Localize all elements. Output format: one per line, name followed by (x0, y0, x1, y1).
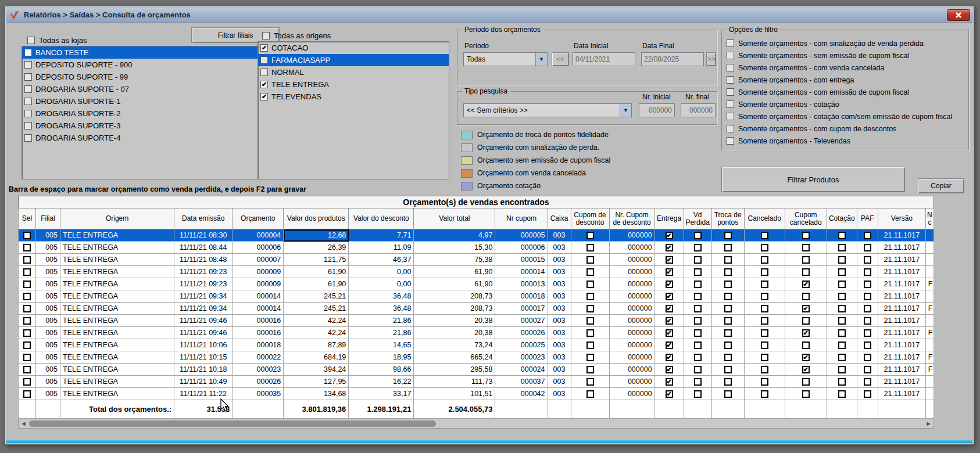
troca-checkbox[interactable] (724, 317, 732, 325)
sel-checkbox[interactable] (23, 281, 31, 288)
cell-cotacao[interactable] (827, 229, 857, 242)
paf-checkbox[interactable] (864, 390, 871, 398)
cell-cotacao[interactable] (827, 278, 857, 290)
filter-option-checkbox[interactable] (727, 39, 734, 47)
origin-checkbox[interactable] (260, 69, 268, 76)
vdperd-checkbox[interactable] (694, 281, 702, 288)
cupcanc-checkbox[interactable] (802, 341, 810, 349)
cell-vdperd[interactable] (684, 242, 711, 254)
column-header-cupom[interactable]: Nr cupom (495, 208, 548, 229)
cell-troca[interactable] (711, 242, 744, 254)
cell-cotacao[interactable] (827, 364, 857, 376)
cell-cupdesc[interactable] (571, 388, 609, 400)
cupdesc-checkbox[interactable] (586, 378, 594, 386)
cancelado-checkbox[interactable] (761, 281, 768, 288)
cell-cancelado[interactable] (744, 339, 785, 351)
entrega-checkbox[interactable]: ✔ (666, 317, 673, 325)
cell-paf[interactable] (857, 229, 878, 242)
filter-option[interactable]: Somente orçamentos - com sinalização de … (727, 37, 965, 49)
filter-option-checkbox[interactable] (727, 88, 734, 96)
cupdesc-checkbox[interactable] (586, 341, 594, 349)
cell-entrega[interactable]: ✔ (654, 315, 684, 327)
cell-vdperd[interactable] (684, 376, 711, 388)
column-header-filial[interactable]: Filial (36, 208, 60, 229)
cell-cupdesc[interactable] (571, 278, 609, 290)
filter-option[interactable]: Somente orçamentos - cotação (727, 98, 965, 110)
cell-entrega[interactable]: ✔ (654, 254, 684, 266)
cotacao-checkbox[interactable] (838, 317, 846, 325)
cell-entrega[interactable]: ✔ (654, 351, 684, 364)
cupdesc-checkbox[interactable] (586, 329, 594, 337)
store-item[interactable]: DROGARIA SUPORTE-2 (22, 107, 272, 120)
filter-option-checkbox[interactable] (727, 137, 734, 145)
sel-checkbox[interactable] (23, 244, 31, 251)
cell-vdperd[interactable] (684, 266, 711, 278)
cell-cancelado[interactable] (744, 303, 785, 315)
column-header-vdesc[interactable]: Valor do desconto (349, 208, 414, 229)
filter-option[interactable]: Somente orçamentos - com entrega (727, 74, 965, 86)
column-header-cotacao[interactable]: Cotação (827, 208, 857, 229)
entrega-checkbox[interactable]: ✔ (666, 256, 673, 264)
filter-option[interactable]: Somente orçamentos - sem emissão de cupo… (727, 49, 965, 62)
cupdesc-checkbox[interactable] (586, 366, 594, 373)
cotacao-checkbox[interactable] (838, 329, 846, 337)
cupdesc-checkbox[interactable] (586, 317, 594, 325)
cell-paf[interactable] (857, 266, 878, 278)
cupcanc-checkbox[interactable]: ✔ (802, 354, 810, 361)
cotacao-checkbox[interactable] (838, 281, 846, 288)
origin-item[interactable]: FARMACIASAPP (258, 54, 449, 66)
sel-checkbox[interactable] (23, 232, 31, 239)
cell-cotacao[interactable] (827, 303, 857, 315)
paf-checkbox[interactable] (864, 366, 871, 373)
cupcanc-checkbox[interactable] (802, 256, 810, 264)
cell-paf[interactable] (857, 376, 878, 388)
cell-cupcanc[interactable] (785, 229, 827, 242)
paf-checkbox[interactable] (864, 293, 871, 300)
cell-cotacao[interactable] (827, 351, 857, 364)
close-button[interactable] (947, 9, 970, 21)
cell-cancelado[interactable] (744, 364, 785, 376)
paf-checkbox[interactable] (864, 329, 871, 337)
origin-checkbox[interactable] (260, 56, 268, 64)
cell-cancelado[interactable] (744, 376, 785, 388)
all-stores-checkbox-box[interactable] (27, 37, 35, 44)
cancelado-checkbox[interactable] (761, 341, 768, 349)
all-origins-checkbox[interactable]: Todas as origens (262, 30, 331, 42)
cancelado-checkbox[interactable] (761, 256, 768, 264)
entrega-checkbox[interactable]: ✔ (666, 329, 673, 337)
cell-cupcanc[interactable]: ✔ (785, 364, 827, 376)
cell-paf[interactable] (857, 327, 878, 339)
vdperd-checkbox[interactable] (694, 317, 702, 325)
scrollbar-thumb[interactable] (29, 420, 436, 427)
table-row[interactable]: 005TELE ENTREGA11/11/21 08:48000007121,7… (19, 254, 934, 266)
cell-entrega[interactable]: ✔ (654, 327, 684, 339)
cell-paf[interactable] (857, 364, 878, 376)
cell-sel[interactable] (19, 266, 36, 278)
cell-cupdesc[interactable] (571, 266, 609, 278)
cell-entrega[interactable]: ✔ (654, 229, 684, 242)
entrega-checkbox[interactable]: ✔ (666, 232, 673, 239)
sel-checkbox[interactable] (23, 305, 31, 312)
table-row[interactable]: 005TELE ENTREGA11/11/21 10:0600001887,89… (19, 339, 934, 351)
cell-cupdesc[interactable] (571, 303, 609, 315)
store-item[interactable]: DEPOSITO SUPORTE - 900 (22, 59, 272, 71)
store-checkbox[interactable] (24, 85, 32, 93)
cell-sel[interactable] (19, 254, 36, 266)
column-header-caixa[interactable]: Caixa (548, 208, 571, 229)
search-criteria-select[interactable]: << Sem critérios >> ▼ (463, 103, 632, 117)
cell-sel[interactable] (19, 303, 36, 315)
cell-cupdesc[interactable] (571, 254, 609, 266)
entrega-checkbox[interactable]: ✔ (666, 305, 673, 312)
vdperd-checkbox[interactable] (694, 378, 702, 386)
cell-cotacao[interactable] (827, 315, 857, 327)
vdperd-checkbox[interactable] (694, 256, 702, 264)
all-origins-checkbox-box[interactable] (262, 32, 270, 39)
cell-cotacao[interactable] (827, 339, 857, 351)
cell-paf[interactable] (857, 339, 878, 351)
cell-paf[interactable] (857, 254, 878, 266)
cell-paf[interactable] (857, 303, 878, 315)
store-checkbox[interactable] (24, 61, 32, 69)
cotacao-checkbox[interactable] (838, 341, 846, 349)
troca-checkbox[interactable] (724, 281, 732, 288)
period-select-arrow-icon[interactable]: ▼ (535, 53, 547, 66)
